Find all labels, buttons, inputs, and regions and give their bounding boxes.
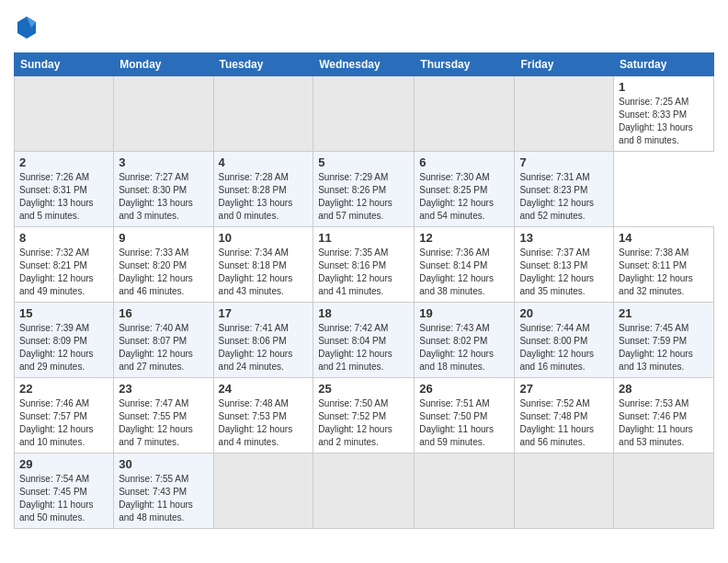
calendar-week-row: 2Sunrise: 7:26 AMSunset: 8:31 PMDaylight… (15, 151, 714, 226)
day-number: 30 (119, 457, 208, 471)
day-number: 3 (119, 155, 208, 169)
calendar-cell: 8Sunrise: 7:32 AMSunset: 8:21 PMDaylight… (15, 226, 114, 302)
day-info: Sunrise: 7:31 AMSunset: 8:23 PMDaylight:… (519, 171, 609, 223)
svg-marker-0 (17, 17, 36, 39)
calendar-cell: 18Sunrise: 7:42 AMSunset: 8:04 PMDayligh… (313, 302, 415, 377)
calendar-cell: 16Sunrise: 7:40 AMSunset: 8:07 PMDayligh… (114, 302, 213, 377)
day-info: Sunrise: 7:46 AMSunset: 7:57 PMDaylight:… (19, 397, 108, 449)
day-number: 6 (419, 155, 509, 169)
day-info: Sunrise: 7:47 AMSunset: 7:55 PMDaylight:… (119, 397, 208, 449)
day-number: 12 (419, 231, 509, 245)
calendar-cell: 7Sunrise: 7:31 AMSunset: 8:23 PMDaylight… (515, 151, 614, 226)
calendar-cell: 25Sunrise: 7:50 AMSunset: 7:52 PMDayligh… (313, 377, 415, 453)
day-info: Sunrise: 7:38 AMSunset: 8:11 PMDaylight:… (619, 247, 709, 298)
calendar-cell: 3Sunrise: 7:27 AMSunset: 8:30 PMDaylight… (114, 151, 213, 226)
day-number: 23 (119, 382, 208, 396)
calendar-cell: 1Sunrise: 7:25 AMSunset: 8:33 PMDaylight… (614, 75, 714, 151)
calendar-cell: 13Sunrise: 7:37 AMSunset: 8:13 PMDayligh… (515, 226, 614, 302)
day-info: Sunrise: 7:48 AMSunset: 7:53 PMDaylight:… (219, 397, 309, 449)
day-info: Sunrise: 7:55 AMSunset: 7:43 PMDaylight:… (119, 473, 208, 524)
day-info: Sunrise: 7:36 AMSunset: 8:14 PMDaylight:… (419, 247, 509, 298)
logo (14, 15, 38, 45)
day-info: Sunrise: 7:29 AMSunset: 8:26 PMDaylight:… (318, 171, 409, 223)
calendar-cell (313, 453, 415, 528)
calendar-cell (213, 75, 313, 151)
calendar-week-row: 15Sunrise: 7:39 AMSunset: 8:09 PMDayligh… (15, 302, 714, 377)
calendar-cell (415, 75, 515, 151)
day-info: Sunrise: 7:35 AMSunset: 8:16 PMDaylight:… (318, 247, 409, 298)
calendar-cell: 23Sunrise: 7:47 AMSunset: 7:55 PMDayligh… (114, 377, 213, 453)
day-number: 17 (219, 306, 309, 320)
day-number: 15 (19, 306, 108, 320)
day-info: Sunrise: 7:28 AMSunset: 8:28 PMDaylight:… (219, 171, 309, 223)
day-number: 5 (318, 155, 409, 169)
calendar-day-header: Sunday (15, 52, 114, 75)
calendar-cell (114, 75, 213, 151)
day-info: Sunrise: 7:53 AMSunset: 7:46 PMDaylight:… (619, 397, 709, 449)
day-info: Sunrise: 7:44 AMSunset: 8:00 PMDaylight:… (519, 322, 609, 373)
calendar-day-header: Friday (515, 52, 614, 75)
calendar-cell: 10Sunrise: 7:34 AMSunset: 8:18 PMDayligh… (213, 226, 313, 302)
calendar-cell: 30Sunrise: 7:55 AMSunset: 7:43 PMDayligh… (114, 453, 213, 528)
day-info: Sunrise: 7:51 AMSunset: 7:50 PMDaylight:… (419, 397, 509, 449)
calendar-day-header: Tuesday (213, 52, 313, 75)
calendar-cell: 29Sunrise: 7:54 AMSunset: 7:45 PMDayligh… (15, 453, 114, 528)
calendar-cell: 9Sunrise: 7:33 AMSunset: 8:20 PMDaylight… (114, 226, 213, 302)
calendar-cell: 15Sunrise: 7:39 AMSunset: 8:09 PMDayligh… (15, 302, 114, 377)
calendar-cell: 14Sunrise: 7:38 AMSunset: 8:11 PMDayligh… (614, 226, 714, 302)
day-number: 28 (619, 382, 709, 396)
calendar-cell: 20Sunrise: 7:44 AMSunset: 8:00 PMDayligh… (515, 302, 614, 377)
day-info: Sunrise: 7:52 AMSunset: 7:48 PMDaylight:… (519, 397, 609, 449)
calendar-cell (213, 453, 313, 528)
day-info: Sunrise: 7:40 AMSunset: 8:07 PMDaylight:… (119, 322, 208, 373)
day-number: 25 (318, 382, 409, 396)
calendar-header-row: SundayMondayTuesdayWednesdayThursdayFrid… (15, 52, 714, 75)
calendar-cell: 2Sunrise: 7:26 AMSunset: 8:31 PMDaylight… (15, 151, 114, 226)
day-info: Sunrise: 7:25 AMSunset: 8:33 PMDaylight:… (619, 96, 709, 147)
day-number: 9 (119, 231, 208, 245)
calendar-cell (614, 453, 714, 528)
calendar-cell: 12Sunrise: 7:36 AMSunset: 8:14 PMDayligh… (415, 226, 515, 302)
calendar-page: SundayMondayTuesdayWednesdayThursdayFrid… (0, 0, 728, 543)
calendar-cell: 6Sunrise: 7:30 AMSunset: 8:25 PMDaylight… (415, 151, 515, 226)
day-info: Sunrise: 7:50 AMSunset: 7:52 PMDaylight:… (318, 397, 409, 449)
day-number: 7 (519, 155, 609, 169)
day-number: 27 (519, 382, 609, 396)
day-number: 20 (519, 306, 609, 320)
day-info: Sunrise: 7:32 AMSunset: 8:21 PMDaylight:… (19, 247, 108, 298)
day-info: Sunrise: 7:30 AMSunset: 8:25 PMDaylight:… (419, 171, 509, 223)
day-number: 2 (19, 155, 108, 169)
calendar-cell (515, 75, 614, 151)
calendar-cell: 22Sunrise: 7:46 AMSunset: 7:57 PMDayligh… (15, 377, 114, 453)
day-info: Sunrise: 7:39 AMSunset: 8:09 PMDaylight:… (19, 322, 108, 373)
calendar-cell: 28Sunrise: 7:53 AMSunset: 7:46 PMDayligh… (614, 377, 714, 453)
day-info: Sunrise: 7:43 AMSunset: 8:02 PMDaylight:… (419, 322, 509, 373)
calendar-cell: 5Sunrise: 7:29 AMSunset: 8:26 PMDaylight… (313, 151, 415, 226)
calendar-cell: 27Sunrise: 7:52 AMSunset: 7:48 PMDayligh… (515, 377, 614, 453)
day-info: Sunrise: 7:54 AMSunset: 7:45 PMDaylight:… (19, 473, 108, 524)
day-number: 29 (19, 457, 108, 471)
day-info: Sunrise: 7:34 AMSunset: 8:18 PMDaylight:… (219, 247, 309, 298)
day-number: 22 (19, 382, 108, 396)
calendar-cell: 11Sunrise: 7:35 AMSunset: 8:16 PMDayligh… (313, 226, 415, 302)
day-number: 24 (219, 382, 309, 396)
logo-icon (16, 15, 38, 40)
calendar-day-header: Wednesday (313, 52, 415, 75)
day-number: 19 (419, 306, 509, 320)
calendar-week-row: 1Sunrise: 7:25 AMSunset: 8:33 PMDaylight… (15, 75, 714, 151)
day-number: 1 (619, 80, 709, 94)
day-number: 11 (318, 231, 409, 245)
day-number: 8 (19, 231, 108, 245)
calendar-cell: 24Sunrise: 7:48 AMSunset: 7:53 PMDayligh… (213, 377, 313, 453)
day-info: Sunrise: 7:26 AMSunset: 8:31 PMDaylight:… (19, 171, 108, 223)
day-info: Sunrise: 7:27 AMSunset: 8:30 PMDaylight:… (119, 171, 208, 223)
day-number: 18 (318, 306, 409, 320)
calendar-cell: 4Sunrise: 7:28 AMSunset: 8:28 PMDaylight… (213, 151, 313, 226)
calendar-cell: 26Sunrise: 7:51 AMSunset: 7:50 PMDayligh… (415, 377, 515, 453)
header (14, 9, 714, 45)
day-number: 10 (219, 231, 309, 245)
day-info: Sunrise: 7:33 AMSunset: 8:20 PMDaylight:… (119, 247, 208, 298)
calendar-cell: 19Sunrise: 7:43 AMSunset: 8:02 PMDayligh… (415, 302, 515, 377)
calendar-table: SundayMondayTuesdayWednesdayThursdayFrid… (14, 52, 714, 529)
calendar-week-row: 8Sunrise: 7:32 AMSunset: 8:21 PMDaylight… (15, 226, 714, 302)
